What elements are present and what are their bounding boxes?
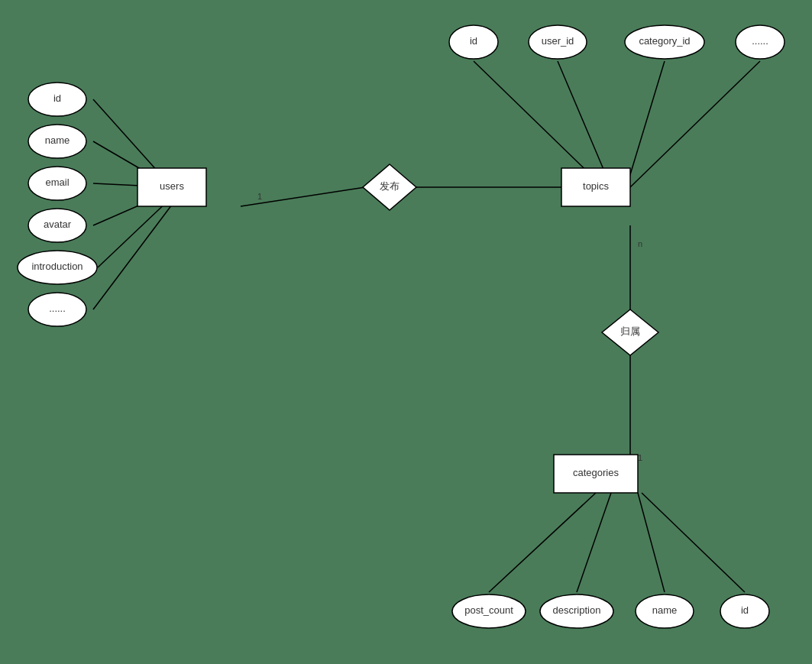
- belong-label: 归属: [620, 326, 640, 337]
- attr-topics-cat-id-label: category_id: [639, 35, 690, 47]
- attr-cats-description-label: description: [553, 604, 601, 616]
- attr-users-name-label: name: [45, 134, 70, 146]
- attr-users-intro-label: introduction: [31, 261, 82, 272]
- categories-label: categories: [573, 467, 619, 478]
- attr-cats-id-label: id: [741, 604, 749, 616]
- topics-label: topics: [583, 180, 609, 192]
- users-label: users: [160, 180, 184, 192]
- er-diagram: 1 n n 1 users topics categories 发布 归属 id: [0, 0, 812, 664]
- svg-line-17: [642, 493, 745, 592]
- svg-line-14: [489, 493, 596, 592]
- publish-label: 发布: [380, 180, 400, 192]
- attr-topics-user-id-label: user_id: [542, 35, 574, 47]
- attr-users-more-label: ......: [49, 303, 66, 314]
- svg-line-11: [630, 61, 760, 187]
- attr-topics-id-label: id: [470, 35, 477, 47]
- attr-cats-name-label: name: [652, 604, 678, 616]
- svg-line-10: [626, 61, 665, 187]
- attr-users-avatar-label: avatar: [44, 219, 72, 230]
- attr-topics-more-label: ......: [752, 35, 768, 47]
- attr-users-email-label: email: [45, 177, 69, 188]
- cardinality-belong-topics: n: [638, 239, 642, 248]
- cardinality-publish-users: 1: [257, 192, 262, 201]
- attr-users-id-label: id: [53, 92, 61, 104]
- attr-cats-post-count-label: post_count: [464, 604, 513, 616]
- svg-line-15: [577, 493, 611, 592]
- svg-line-16: [638, 493, 665, 592]
- cardinality-belong-cats: 1: [638, 453, 642, 462]
